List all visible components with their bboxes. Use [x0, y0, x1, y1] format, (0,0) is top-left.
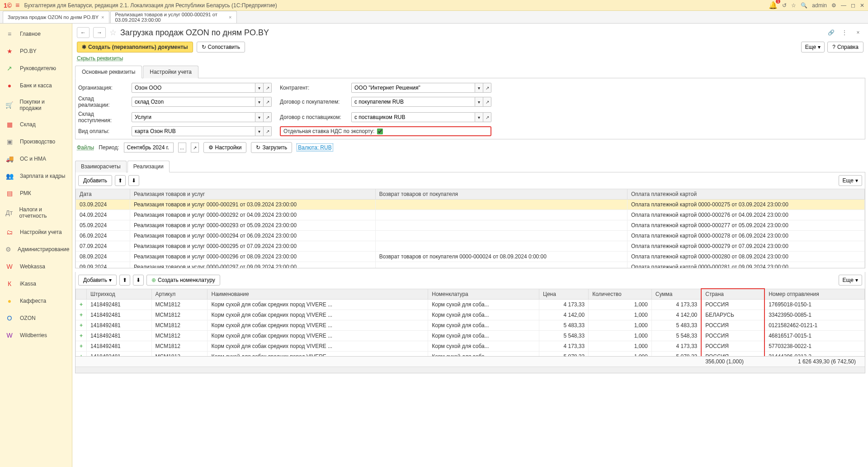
col-header[interactable]: Страна	[701, 289, 764, 300]
chevron-down-icon[interactable]: ▾	[475, 83, 483, 93]
sidebar-item[interactable]: ОOZON	[0, 310, 72, 327]
table-row[interactable]: 09.09.2024Реализация товаров и услуг 000…	[76, 262, 865, 268]
tab-account-settings[interactable]: Настройки учета	[143, 66, 198, 78]
search-icon[interactable]: 🔍	[801, 2, 807, 9]
chevron-down-icon[interactable]: ▾	[255, 83, 264, 93]
counter-input[interactable]: ▾↗	[351, 83, 491, 93]
add-button[interactable]: Добавить	[78, 175, 112, 186]
chevron-down-icon[interactable]: ▾	[255, 97, 264, 107]
period-input[interactable]	[124, 143, 174, 152]
forward-button[interactable]: →	[93, 27, 106, 38]
move-down-button[interactable]: ⬇	[133, 275, 144, 286]
more-icon[interactable]: ⋮	[839, 28, 850, 38]
period-clear[interactable]: …	[178, 143, 186, 152]
table-row[interactable]: +1418492481MCM1812Корм сухой для собак с…	[76, 352, 865, 357]
create-nomenclature-button[interactable]: ⊕ Создать номенклатуру	[146, 275, 220, 286]
col-header[interactable]: Количество	[589, 289, 652, 300]
chevron-down-icon[interactable]: ▾	[475, 97, 483, 107]
add-button[interactable]: Добавить ▾	[78, 275, 117, 286]
user-label[interactable]: admin	[812, 2, 827, 9]
tab-realization[interactable]: Реализация товаров и услуг 0000-000291 о…	[110, 11, 237, 23]
chevron-down-icon[interactable]: ▾	[255, 126, 264, 136]
tab-realizations[interactable]: Реализации	[127, 161, 170, 172]
bell-icon[interactable]: 🔔	[769, 1, 778, 10]
col-header[interactable]: Цена	[539, 289, 589, 300]
sidebar-item[interactable]: ↗Руководителю	[0, 60, 72, 77]
more-button[interactable]: Еще ▾	[801, 42, 825, 52]
org-input[interactable]: ▾↗	[132, 83, 272, 93]
table-row[interactable]: +1418492481MCM1812Корм сухой для собак с…	[76, 300, 865, 310]
col-header[interactable]: Штрихкод	[87, 289, 151, 300]
table-row[interactable]: 05.09.2024Реализация товаров и услуг 000…	[76, 220, 865, 231]
sidebar-item[interactable]: ▦Склад	[0, 116, 72, 133]
sidebar-item[interactable]: 🗂Настройки учета	[0, 224, 72, 241]
open-icon[interactable]: ↗	[483, 83, 491, 93]
wh-in-input[interactable]: ▾↗	[132, 112, 272, 122]
col-header[interactable]: Номер отправления	[764, 289, 864, 300]
sidebar-item[interactable]: ▣Производство	[0, 133, 72, 150]
col-header[interactable]: Номенклатура	[428, 289, 539, 300]
col-header[interactable]: Дата	[76, 189, 130, 200]
tab-loading[interactable]: Загрузка продаж OZON по дням PO.BY×	[3, 11, 109, 23]
tab-settlements[interactable]: Взаиморасчеты	[75, 161, 127, 172]
sidebar-item[interactable]: ●Банк и касса	[0, 77, 72, 94]
sidebar-item[interactable]: WWildberries	[0, 327, 72, 344]
sidebar-item[interactable]: КiKassa	[0, 275, 72, 292]
star-icon[interactable]: ☆	[791, 2, 796, 9]
sidebar-item[interactable]: ●Каффеста	[0, 292, 72, 310]
close-icon[interactable]: ×	[229, 14, 231, 20]
tab-main-details[interactable]: Основные реквизиты	[75, 66, 142, 78]
table-row[interactable]: +1418492481MCM1812Корм сухой для собак с…	[76, 310, 865, 320]
sidebar-item[interactable]: 🛒Покупки и продажи	[0, 94, 72, 116]
currency-link[interactable]: Валюта: RUB	[297, 143, 333, 152]
load-button[interactable]: ↻ Загрузить	[251, 142, 292, 153]
files-link[interactable]: Файлы	[77, 144, 94, 151]
move-up-button[interactable]: ⬆	[115, 175, 126, 186]
sidebar-item[interactable]: ≡Главное	[0, 25, 72, 43]
table-row[interactable]: 04.09.2024Реализация товаров и услуг 000…	[76, 210, 865, 220]
more-button[interactable]: Еще ▾	[839, 275, 862, 286]
col-header[interactable]	[76, 289, 87, 300]
table-row[interactable]: +1418492481MCM1812Корм сухой для собак с…	[76, 341, 865, 352]
chevron-down-icon[interactable]: ▾	[255, 112, 264, 122]
more-button[interactable]: Еще ▾	[839, 175, 862, 186]
period-open[interactable]: ↗	[191, 143, 199, 152]
create-button[interactable]: ✱ Создать (перезаполнить) документы	[77, 42, 193, 52]
link-icon[interactable]: 🔗	[826, 28, 836, 38]
open-icon[interactable]: ↗	[264, 112, 272, 122]
table-row[interactable]: 07.09.2024Реализация товаров и услуг 000…	[76, 241, 865, 252]
open-icon[interactable]: ↗	[483, 112, 491, 122]
sidebar-item[interactable]: ★PO.BY	[0, 43, 72, 60]
sidebar-item[interactable]: WWebkassa	[0, 258, 72, 275]
table-row[interactable]: +1418492481MCM1812Корм сухой для собак с…	[76, 320, 865, 331]
history-icon[interactable]: ↺	[782, 2, 787, 9]
hamburger-icon[interactable]: ≡	[15, 1, 19, 10]
col-header[interactable]: Наименование	[208, 289, 428, 300]
col-header[interactable]: Оплата платежной картой	[627, 189, 864, 200]
open-icon[interactable]: ↗	[264, 126, 272, 136]
contract-cust-input[interactable]: ▾↗	[351, 97, 491, 107]
chevron-down-icon[interactable]: ▾	[475, 112, 483, 122]
close-icon[interactable]: ✕	[860, 2, 864, 9]
move-down-button[interactable]: ⬇	[128, 175, 139, 186]
open-icon[interactable]: ↗	[264, 97, 272, 107]
col-header[interactable]: Артикул	[151, 289, 208, 300]
hide-details-link[interactable]: Скрыть реквизиты	[77, 55, 123, 62]
vat-checkbox[interactable]	[377, 129, 383, 134]
back-button[interactable]: ←	[77, 27, 90, 38]
close-icon[interactable]: ×	[853, 28, 863, 38]
col-header[interactable]: Возврат товаров от покупателя	[375, 189, 627, 200]
help-button[interactable]: ? Справка	[827, 42, 863, 52]
sidebar-item[interactable]: ▤РМК	[0, 185, 72, 202]
close-icon[interactable]: ×	[101, 14, 104, 20]
col-header[interactable]: Сумма	[651, 289, 701, 300]
settings-icon[interactable]: ⚙	[831, 2, 836, 9]
sidebar-item[interactable]: ДтНалоги и отчетность	[0, 202, 72, 224]
move-up-button[interactable]: ⬆	[119, 275, 130, 286]
contract-supp-input[interactable]: ▾↗	[351, 112, 491, 122]
sidebar-item[interactable]: 👥Зарплата и кадры	[0, 167, 72, 185]
compare-button[interactable]: ↻ Сопоставить	[197, 42, 245, 52]
minimize-icon[interactable]: —	[841, 2, 846, 9]
sidebar-item[interactable]: 🚚ОС и НМА	[0, 150, 72, 167]
favorite-icon[interactable]: ☆	[109, 28, 117, 38]
